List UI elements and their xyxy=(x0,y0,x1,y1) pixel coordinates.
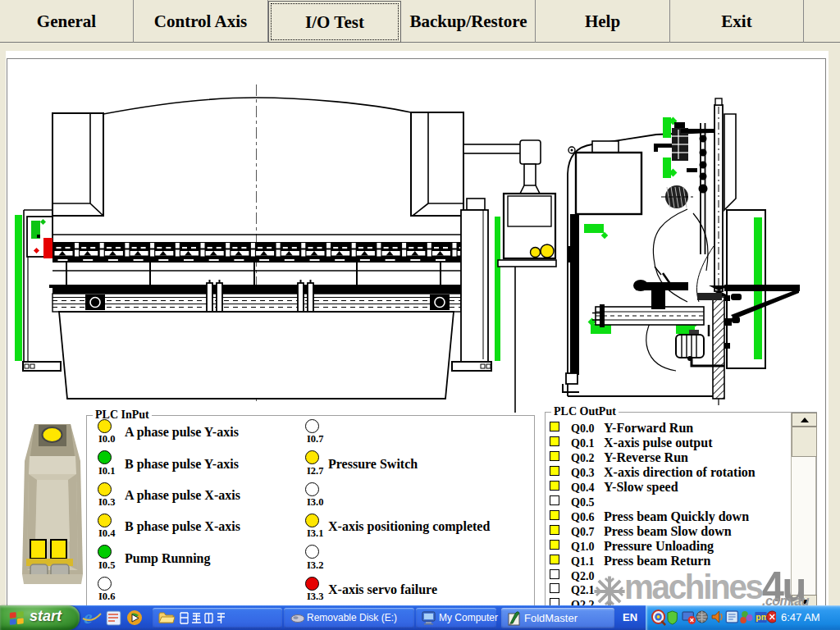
svg-text:e: e xyxy=(84,608,93,628)
